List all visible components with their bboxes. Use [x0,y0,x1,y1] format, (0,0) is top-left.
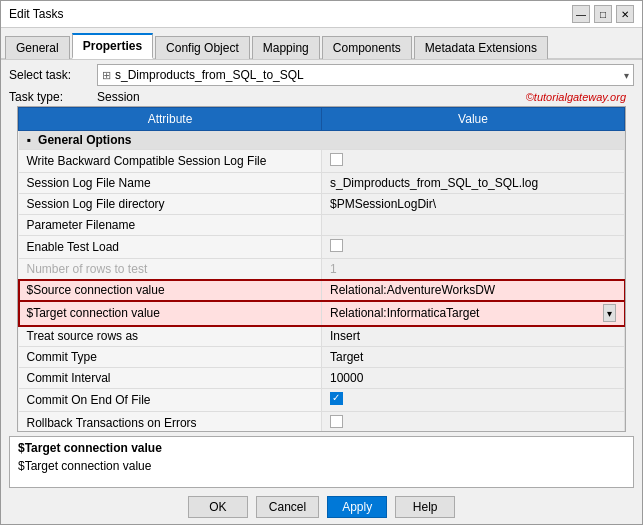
help-button[interactable]: Help [395,496,455,518]
bottom-section-description: $Target connection value [18,459,625,473]
table-row: Commit On End Of File [19,389,625,412]
close-button[interactable]: ✕ [616,5,634,23]
edit-tasks-window: Edit Tasks — □ ✕ General Properties Conf… [0,0,643,525]
attr-session-log-file-name: Session Log File Name [19,173,322,194]
val-param-filename [322,215,625,236]
select-task-input[interactable] [115,68,622,82]
select-task-dropdown-icon[interactable]: ▾ [622,70,629,81]
table-row: Treat source rows as Insert [19,326,625,347]
task-type-row: Task type: Session [9,90,318,104]
section-header-general-options: ▪ General Options [19,131,625,150]
tab-metadata-extensions[interactable]: Metadata Extensions [414,36,548,59]
col-value: Value [322,108,625,131]
table-row: Enable Test Load [19,236,625,259]
val-commit-interval: 10000 [322,368,625,389]
title-bar: Edit Tasks — □ ✕ [1,1,642,28]
val-treat-source: Insert [322,326,625,347]
tabs-bar: General Properties Config Object Mapping… [1,28,642,60]
table-row: Commit Type Target [19,347,625,368]
bottom-section-title: $Target connection value [18,441,625,455]
ok-button[interactable]: OK [188,496,248,518]
tab-general[interactable]: General [5,36,70,59]
val-target-connection: Relational:InformaticaTarget [330,306,601,320]
attr-rollback: Rollback Transactions on Errors [19,412,322,433]
table-row: Session Log File Name s_Dimproducts_from… [19,173,625,194]
table-row-target-connection: $Target connection value Relational:Info… [19,301,625,326]
button-row: OK Cancel Apply Help [1,490,642,524]
tab-components[interactable]: Components [322,36,412,59]
target-connection-dropdown-btn[interactable]: ▾ [603,304,616,322]
table-row: Commit Interval 10000 [19,368,625,389]
attr-param-filename: Parameter Filename [19,215,322,236]
table-row-source-connection: $Source connection value Relational:Adve… [19,280,625,301]
table-row: Write Backward Compatible Session Log Fi… [19,150,625,173]
val-commit-type: Target [322,347,625,368]
cb-rollback[interactable] [330,415,343,428]
tab-config-object[interactable]: Config Object [155,36,250,59]
attr-session-log-dir: Session Log File directory [19,194,322,215]
title-bar-controls: — □ ✕ [572,5,634,23]
table-row: Rollback Transactions on Errors [19,412,625,433]
attr-commit-interval: Commit Interval [19,368,322,389]
collapse-icon[interactable]: ▪ [27,133,31,147]
cb-write-backward[interactable] [330,153,343,166]
attr-num-rows: Number of rows to test [19,259,322,280]
attr-source-connection: $Source connection value [19,280,322,301]
watermark: ©tutorialgateway.org [318,91,635,103]
tab-properties[interactable]: Properties [72,33,153,59]
target-connection-cell: Relational:InformaticaTarget ▾ [330,304,616,322]
task-type-value: Session [97,90,140,104]
section-header-label: General Options [38,133,131,147]
attr-commit-on-eof: Commit On End Of File [19,389,322,412]
attr-target-connection: $Target connection value [19,301,322,326]
attr-enable-test-load: Enable Test Load [19,236,322,259]
window-title: Edit Tasks [9,7,63,21]
select-task-combo[interactable]: ⊞ ▾ [97,64,634,86]
apply-button[interactable]: Apply [327,496,387,518]
val-num-rows: 1 [322,259,625,280]
attr-write-backward: Write Backward Compatible Session Log Fi… [19,150,322,173]
cancel-button[interactable]: Cancel [256,496,319,518]
table-row: Parameter Filename [19,215,625,236]
restore-button[interactable]: □ [594,5,612,23]
properties-table-container: Attribute Value ▪ General Options Writ [17,106,626,432]
col-attribute: Attribute [19,108,322,131]
select-task-label: Select task: [9,68,89,82]
table-row: Session Log File directory $PMSessionLog… [19,194,625,215]
table-row: Number of rows to test 1 [19,259,625,280]
bottom-section: $Target connection value $Target connect… [9,436,634,488]
attr-treat-source: Treat source rows as [19,326,322,347]
val-session-log-file-name: s_Dimproducts_from_SQL_to_SQL.log [322,173,625,194]
val-source-connection: Relational:AdventureWorksDW [322,280,625,301]
task-type-label: Task type: [9,90,89,104]
val-session-log-dir: $PMSessionLogDir\ [322,194,625,215]
properties-table: Attribute Value ▪ General Options Writ [18,107,625,432]
attr-commit-type: Commit Type [19,347,322,368]
cb-commit-on-eof[interactable] [330,392,343,405]
tab-mapping[interactable]: Mapping [252,36,320,59]
select-task-row: Select task: ⊞ ▾ [1,60,642,90]
minimize-button[interactable]: — [572,5,590,23]
cb-enable-test-load[interactable] [330,239,343,252]
